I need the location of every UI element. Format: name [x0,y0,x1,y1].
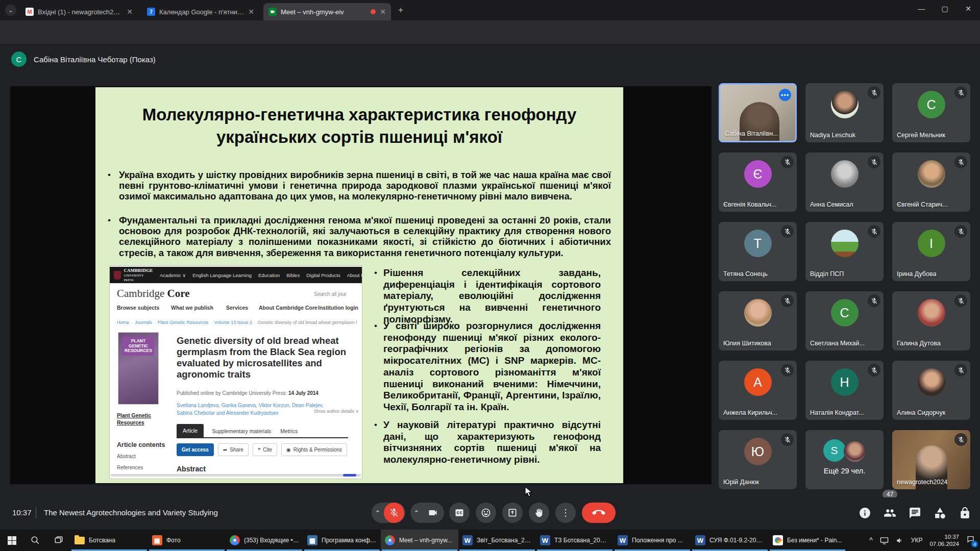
tab-metrics: Metrics [279,425,299,437]
references-link: References [117,465,143,470]
taskbar-app-word-1[interactable]: W Звіт_Ботсвана_20... [458,530,536,551]
participant-tile[interactable]: Юлия Шитикова [719,291,797,350]
chat-button[interactable] [909,507,922,520]
camera-button[interactable] [423,503,443,523]
tab-title: Meet – vnh-gmyw-eiv [281,8,366,16]
participant-tile[interactable]: А Анжела Кирильч... [719,361,797,420]
divider [36,507,36,518]
mic-control-group: ⌃ [372,503,405,523]
tab-search-button[interactable]: ⌄ [5,5,16,16]
tab-meet-active[interactable]: Meet – vnh-gmyw-eiv ✕ [263,3,391,20]
mic-off-icon [954,364,967,377]
participant-tile[interactable]: І Ірина Дубова [892,222,970,281]
tile-menu-icon[interactable]: ••• [779,89,791,101]
new-tab-button[interactable]: + [398,5,403,15]
task-view-button[interactable] [47,530,70,551]
participant-tile[interactable]: Галина Дутова [892,291,970,350]
taskbar-app-word-3[interactable]: W Положення про ... [614,530,691,551]
participant-tile[interactable]: Т Тетяна Сонець [719,222,797,281]
taskbar-clock[interactable]: 10:3707.06.2024 [929,533,959,547]
participants-button[interactable] [884,507,897,520]
calendar-icon: 7 [147,8,155,16]
participant-tile[interactable]: Відділ ПСП [805,222,884,281]
avatar [918,160,945,188]
window-maximize-button[interactable]: ▢ [933,0,957,17]
slide-bullet-1: •Україна входить у шістку провідних виро… [108,169,611,202]
network-display-icon[interactable] [880,537,889,544]
taskbar-app-word-2[interactable]: W ТЗ Ботсвана_2024... [536,530,614,551]
taskbar-app-conference[interactable]: ▦ Программа конфе... [303,530,381,551]
start-button[interactable] [0,530,23,551]
taskbar-app-gmail-chrome[interactable]: (353) Входящие • ... [226,530,303,551]
avatar: S [823,439,846,462]
cite-button: ❝ Cite [253,443,277,456]
avatar [844,440,866,463]
hand-icon [534,508,544,518]
tab-close-icon[interactable]: ✕ [380,8,386,16]
raise-hand-button[interactable] [529,503,549,523]
participant-tile[interactable]: Ю Юрій Данюк [719,430,797,489]
task-view-icon [54,536,63,545]
presenter-avatar: С [11,52,27,67]
host-controls-button[interactable] [959,507,972,520]
participant-tile[interactable]: Є Євгенія Ковальч... [719,153,797,212]
mic-off-icon [781,156,794,168]
avatar [918,368,945,396]
mic-options-chevron[interactable]: ⌃ [372,509,384,517]
tab-calendar[interactable]: 7 Календар Google - п'ятниця, 7 ✕ [142,3,259,20]
participant-tile-sabina[interactable]: ••• Сабіна Віталіївн... [719,83,797,142]
reactions-button[interactable] [476,503,496,523]
browser-tab-strip: ⌄ M Вхідні (1) - newagrotech2024@ ✕ 7 Ка… [0,0,980,20]
presenter-name: Сабіна Віталіївна Чеботар (Показ) [34,55,156,64]
cambridge-top-nav: CAMBRIDGEUNIVERSITY PRESS Academic ∨ Eng… [110,267,362,283]
recording-indicator-icon [371,9,376,14]
volume-icon[interactable] [896,537,904,544]
mic-off-icon [781,433,794,446]
participant-tile-self[interactable]: newagrotech2024 [892,430,970,489]
tab-gmail[interactable]: M Вхідні (1) - newagrotech2024@ ✕ [20,3,138,20]
present-button[interactable] [502,503,523,523]
nav-academic: Academic ∨ [160,272,186,278]
mic-off-icon [781,294,794,307]
taskbar-app-word-4[interactable]: W СУЯ Ф.01-9.2-202... [691,530,769,551]
captions-button[interactable] [449,503,470,523]
windows-logo-icon [8,536,16,545]
participant-tile[interactable]: Євгеній Старич... [892,153,970,212]
camera-options-chevron[interactable]: ⌃ [410,509,423,517]
participant-tile[interactable]: С Сергей Мельник [892,83,970,142]
language-indicator[interactable]: УКР [911,537,923,544]
participant-tile[interactable]: Анна Семисал [805,153,884,212]
videocam-icon [428,508,438,518]
taskbar-search-button[interactable] [23,530,47,551]
participant-tile[interactable]: Nadiya Leschuk [805,83,884,142]
participant-tile[interactable]: С Светлана Михай... [805,291,884,350]
app-icon: ▦ [307,535,317,545]
search-all-text: Search all jour [314,291,347,297]
notification-center-button[interactable]: 4 [966,535,975,545]
tab-close-icon[interactable]: ✕ [127,8,133,16]
taskbar-app-paint[interactable]: Без имени* - Pain... [769,530,846,551]
taskbar-app-meet[interactable]: Meet – vnh-gmyw... [381,530,458,551]
participant-tile[interactable]: Алина Сидорчук [892,361,970,420]
taskbar-app-botsvana[interactable]: Ботсвана [70,530,148,551]
activities-button[interactable] [934,507,947,520]
more-options-button[interactable]: ⋮ [555,503,576,523]
participant-tile[interactable]: Н Наталія Кондрат... [805,361,884,420]
nav-ell: English Language Learning [192,272,252,278]
paint-icon [773,535,783,545]
participant-tile-more[interactable]: S Ещё 29 чел. [805,430,884,489]
mic-muted-button[interactable] [384,503,404,523]
slide-bullet-4: •У світі широко розгорнулися дослідження… [374,320,601,413]
word-icon: W [618,535,628,545]
window-close-button[interactable]: ✕ [957,0,980,17]
presentation-slide: Молекулярно-генетична характеристика ген… [95,87,623,483]
nav2-browse: Browse subjects [117,305,159,311]
tray-expand-chevron[interactable]: ^ [869,536,873,544]
word-icon: W [540,535,550,545]
tab-close-icon[interactable]: ✕ [248,8,254,16]
end-call-button[interactable] [582,503,616,523]
meeting-details-button[interactable] [859,507,872,520]
taskbar-app-photos[interactable]: ▣ Фото [148,530,226,551]
window-minimize-button[interactable]: — [910,0,933,17]
nav2-publish: What we publish [171,305,213,311]
